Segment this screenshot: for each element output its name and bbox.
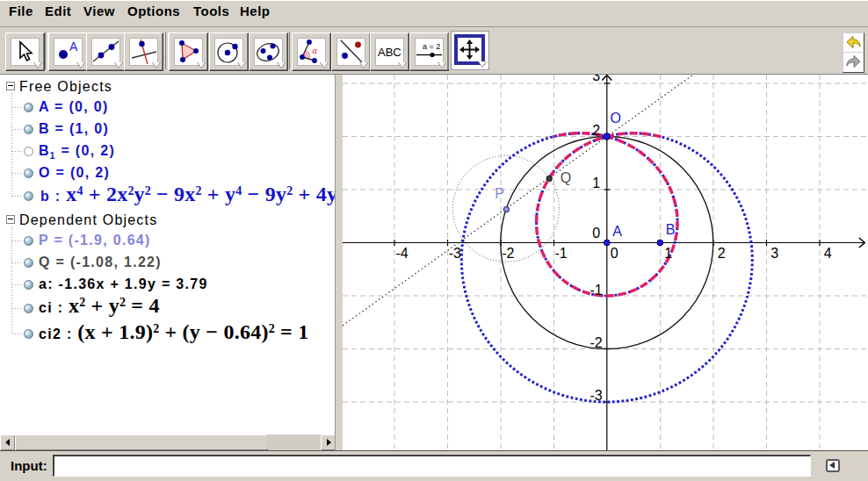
svg-text:1: 1 bbox=[664, 246, 672, 261]
svg-text:-3: -3 bbox=[590, 388, 602, 403]
svg-text:B: B bbox=[666, 222, 676, 237]
svg-text:P: P bbox=[495, 186, 504, 201]
svg-text:α: α bbox=[313, 46, 318, 55]
svg-text:3: 3 bbox=[770, 246, 778, 261]
svg-text:2: 2 bbox=[718, 246, 726, 261]
svg-text:ABC: ABC bbox=[378, 46, 401, 59]
svg-text:-1: -1 bbox=[554, 246, 567, 261]
svg-text:4: 4 bbox=[824, 246, 832, 261]
svg-text:O: O bbox=[611, 111, 621, 126]
svg-text:2: 2 bbox=[592, 123, 600, 138]
svg-text:A: A bbox=[612, 224, 622, 239]
svg-text:-2: -2 bbox=[502, 246, 514, 261]
svg-text:3: 3 bbox=[592, 75, 600, 83]
svg-text:-1: -1 bbox=[590, 283, 602, 298]
svg-text:-4: -4 bbox=[395, 246, 408, 261]
svg-text:-2: -2 bbox=[590, 335, 602, 350]
svg-text:A: A bbox=[69, 39, 78, 54]
svg-text:0: 0 bbox=[611, 246, 618, 261]
svg-text:1: 1 bbox=[592, 176, 600, 190]
svg-text:Q: Q bbox=[561, 170, 571, 185]
svg-text:a = 2: a = 2 bbox=[423, 42, 440, 51]
svg-text:-3: -3 bbox=[449, 246, 461, 261]
svg-text:0: 0 bbox=[592, 226, 600, 240]
